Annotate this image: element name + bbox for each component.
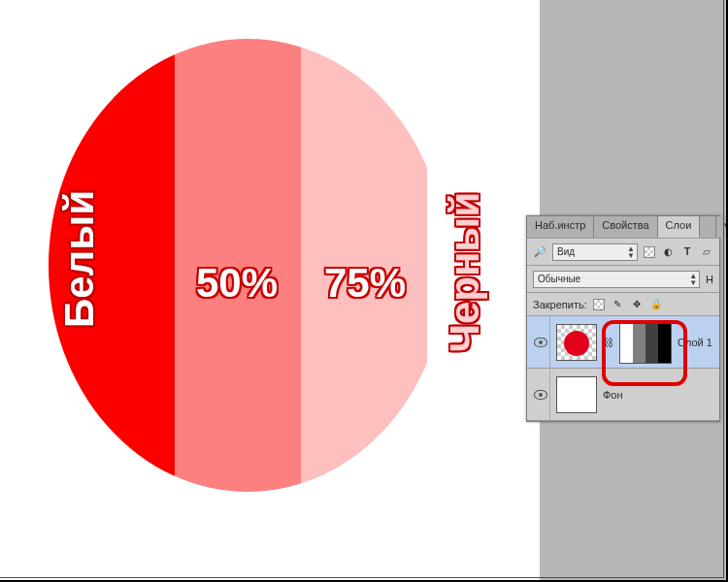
- tab-layers[interactable]: Слои: [658, 216, 701, 238]
- tab-presets[interactable]: Наб.инстр: [527, 216, 594, 238]
- layer-name[interactable]: Слой 1: [678, 337, 712, 348]
- label-50pct: 50%: [196, 260, 278, 307]
- layer-list: ⛓ Слой 1 Фон: [527, 315, 719, 421]
- layer-row[interactable]: ⛓ Слой 1: [527, 316, 719, 369]
- kind-filter-row: 🔎 Вид ▲▼ ◐ T ▱: [527, 238, 719, 265]
- visibility-toggle[interactable]: [531, 369, 550, 420]
- filter-pixel-icon[interactable]: [644, 246, 655, 258]
- lock-pixels-icon[interactable]: ✎: [611, 298, 624, 311]
- eye-icon: [534, 390, 547, 400]
- filter-type-icon[interactable]: T: [680, 245, 694, 259]
- visibility-toggle[interactable]: [531, 316, 550, 368]
- layer-thumbnail[interactable]: [556, 324, 597, 361]
- blend-mode-select[interactable]: Обычные ▲▼: [533, 271, 700, 288]
- lock-row: Закрепить: ✎ ✥ 🔒: [527, 292, 719, 315]
- layer-row[interactable]: Фон: [527, 369, 719, 421]
- document-canvas[interactable]: 50% 75% Белый Черный: [0, 0, 540, 582]
- filter-adjust-icon[interactable]: ◐: [661, 245, 675, 259]
- thumbnail-content: [564, 331, 589, 356]
- layer-name[interactable]: Фон: [603, 389, 623, 401]
- chevron-updown-icon: ▲▼: [627, 245, 635, 259]
- kind-select-label: Вид: [557, 246, 575, 257]
- label-white: Белый: [56, 190, 103, 328]
- lock-all-icon[interactable]: 🔒: [649, 298, 663, 311]
- label-75pct: 75%: [324, 260, 406, 307]
- panel-tabs: Наб.инстр Свойства Слои ▾≡: [527, 216, 719, 238]
- blend-mode-label: Обычные: [538, 274, 580, 284]
- tab-properties[interactable]: Свойства: [594, 216, 657, 238]
- layer-thumbnail[interactable]: [556, 376, 597, 413]
- lock-position-icon[interactable]: ✥: [630, 298, 644, 311]
- layers-panel: Наб.инстр Свойства Слои ▾≡ 🔎 Вид ▲▼ ◐ T …: [526, 215, 720, 422]
- layer-mask-thumbnail[interactable]: [619, 321, 672, 364]
- search-icon: 🔎: [533, 245, 546, 259]
- filter-shape-icon[interactable]: ▱: [700, 245, 713, 259]
- opacity-label-trunc: Н: [706, 274, 713, 285]
- panel-menu-button[interactable]: ▾≡: [715, 216, 728, 238]
- label-black: Черный: [442, 192, 488, 353]
- kind-select[interactable]: Вид ▲▼: [552, 243, 638, 261]
- lock-label: Закрепить:: [533, 299, 587, 310]
- chevron-updown-icon: ▲▼: [689, 273, 697, 286]
- lock-transparency-icon[interactable]: [593, 299, 605, 310]
- blend-row: Обычные ▲▼ Н: [527, 265, 719, 292]
- tab-spacer: [700, 216, 715, 238]
- eye-icon: [534, 338, 547, 347]
- link-mask-icon[interactable]: ⛓: [603, 337, 613, 348]
